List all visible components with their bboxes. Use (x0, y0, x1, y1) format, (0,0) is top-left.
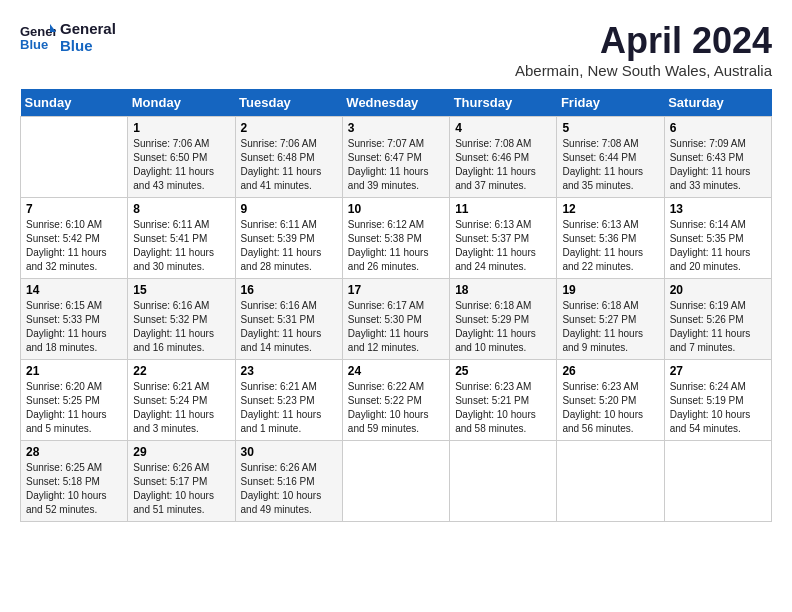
calendar-week-row: 28 Sunrise: 6:25 AMSunset: 5:18 PMDaylig… (21, 441, 772, 522)
day-number: 11 (455, 202, 551, 216)
calendar-cell: 8 Sunrise: 6:11 AMSunset: 5:41 PMDayligh… (128, 198, 235, 279)
weekday-header-row: SundayMondayTuesdayWednesdayThursdayFrid… (21, 89, 772, 117)
day-number: 28 (26, 445, 122, 459)
day-info: Sunrise: 6:21 AMSunset: 5:23 PMDaylight:… (241, 380, 337, 436)
day-number: 22 (133, 364, 229, 378)
day-info: Sunrise: 6:21 AMSunset: 5:24 PMDaylight:… (133, 380, 229, 436)
day-info: Sunrise: 6:15 AMSunset: 5:33 PMDaylight:… (26, 299, 122, 355)
calendar-cell: 14 Sunrise: 6:15 AMSunset: 5:33 PMDaylig… (21, 279, 128, 360)
day-info: Sunrise: 7:08 AMSunset: 6:44 PMDaylight:… (562, 137, 658, 193)
calendar-cell: 17 Sunrise: 6:17 AMSunset: 5:30 PMDaylig… (342, 279, 449, 360)
calendar-cell: 6 Sunrise: 7:09 AMSunset: 6:43 PMDayligh… (664, 117, 771, 198)
calendar-cell: 11 Sunrise: 6:13 AMSunset: 5:37 PMDaylig… (450, 198, 557, 279)
day-info: Sunrise: 6:13 AMSunset: 5:36 PMDaylight:… (562, 218, 658, 274)
weekday-header-wednesday: Wednesday (342, 89, 449, 117)
day-number: 3 (348, 121, 444, 135)
day-info: Sunrise: 6:13 AMSunset: 5:37 PMDaylight:… (455, 218, 551, 274)
calendar-week-row: 7 Sunrise: 6:10 AMSunset: 5:42 PMDayligh… (21, 198, 772, 279)
weekday-header-tuesday: Tuesday (235, 89, 342, 117)
day-number: 5 (562, 121, 658, 135)
day-info: Sunrise: 7:06 AMSunset: 6:50 PMDaylight:… (133, 137, 229, 193)
calendar-cell: 20 Sunrise: 6:19 AMSunset: 5:26 PMDaylig… (664, 279, 771, 360)
calendar-cell: 1 Sunrise: 7:06 AMSunset: 6:50 PMDayligh… (128, 117, 235, 198)
day-number: 1 (133, 121, 229, 135)
day-number: 13 (670, 202, 766, 216)
day-info: Sunrise: 6:11 AMSunset: 5:41 PMDaylight:… (133, 218, 229, 274)
day-info: Sunrise: 6:25 AMSunset: 5:18 PMDaylight:… (26, 461, 122, 517)
day-number: 24 (348, 364, 444, 378)
calendar-cell: 15 Sunrise: 6:16 AMSunset: 5:32 PMDaylig… (128, 279, 235, 360)
day-number: 8 (133, 202, 229, 216)
calendar-week-row: 1 Sunrise: 7:06 AMSunset: 6:50 PMDayligh… (21, 117, 772, 198)
day-info: Sunrise: 6:23 AMSunset: 5:21 PMDaylight:… (455, 380, 551, 436)
weekday-header-thursday: Thursday (450, 89, 557, 117)
weekday-header-sunday: Sunday (21, 89, 128, 117)
calendar-week-row: 14 Sunrise: 6:15 AMSunset: 5:33 PMDaylig… (21, 279, 772, 360)
day-number: 15 (133, 283, 229, 297)
day-number: 2 (241, 121, 337, 135)
weekday-header-saturday: Saturday (664, 89, 771, 117)
calendar-cell: 4 Sunrise: 7:08 AMSunset: 6:46 PMDayligh… (450, 117, 557, 198)
calendar-cell: 28 Sunrise: 6:25 AMSunset: 5:18 PMDaylig… (21, 441, 128, 522)
day-info: Sunrise: 6:14 AMSunset: 5:35 PMDaylight:… (670, 218, 766, 274)
day-info: Sunrise: 7:06 AMSunset: 6:48 PMDaylight:… (241, 137, 337, 193)
title-area: April 2024 Abermain, New South Wales, Au… (515, 20, 772, 79)
calendar-cell: 18 Sunrise: 6:18 AMSunset: 5:29 PMDaylig… (450, 279, 557, 360)
day-number: 21 (26, 364, 122, 378)
calendar-cell: 13 Sunrise: 6:14 AMSunset: 5:35 PMDaylig… (664, 198, 771, 279)
day-number: 29 (133, 445, 229, 459)
day-number: 23 (241, 364, 337, 378)
day-number: 25 (455, 364, 551, 378)
day-number: 27 (670, 364, 766, 378)
calendar-cell: 5 Sunrise: 7:08 AMSunset: 6:44 PMDayligh… (557, 117, 664, 198)
weekday-header-friday: Friday (557, 89, 664, 117)
day-info: Sunrise: 6:26 AMSunset: 5:16 PMDaylight:… (241, 461, 337, 517)
page-subtitle: Abermain, New South Wales, Australia (515, 62, 772, 79)
day-number: 10 (348, 202, 444, 216)
page-header: General Blue General Blue April 2024 Abe… (20, 20, 772, 79)
day-number: 18 (455, 283, 551, 297)
calendar-cell (450, 441, 557, 522)
day-number: 6 (670, 121, 766, 135)
day-number: 17 (348, 283, 444, 297)
day-info: Sunrise: 7:09 AMSunset: 6:43 PMDaylight:… (670, 137, 766, 193)
day-info: Sunrise: 6:10 AMSunset: 5:42 PMDaylight:… (26, 218, 122, 274)
logo-blue: Blue (60, 37, 116, 54)
calendar-cell: 2 Sunrise: 7:06 AMSunset: 6:48 PMDayligh… (235, 117, 342, 198)
calendar-week-row: 21 Sunrise: 6:20 AMSunset: 5:25 PMDaylig… (21, 360, 772, 441)
day-number: 30 (241, 445, 337, 459)
day-info: Sunrise: 6:22 AMSunset: 5:22 PMDaylight:… (348, 380, 444, 436)
calendar-cell: 21 Sunrise: 6:20 AMSunset: 5:25 PMDaylig… (21, 360, 128, 441)
day-info: Sunrise: 6:26 AMSunset: 5:17 PMDaylight:… (133, 461, 229, 517)
logo-general: General (60, 20, 116, 37)
day-number: 19 (562, 283, 658, 297)
calendar-cell: 10 Sunrise: 6:12 AMSunset: 5:38 PMDaylig… (342, 198, 449, 279)
calendar-cell: 29 Sunrise: 6:26 AMSunset: 5:17 PMDaylig… (128, 441, 235, 522)
calendar-cell (21, 117, 128, 198)
calendar-cell: 26 Sunrise: 6:23 AMSunset: 5:20 PMDaylig… (557, 360, 664, 441)
weekday-header-monday: Monday (128, 89, 235, 117)
day-info: Sunrise: 6:17 AMSunset: 5:30 PMDaylight:… (348, 299, 444, 355)
day-number: 12 (562, 202, 658, 216)
day-info: Sunrise: 7:07 AMSunset: 6:47 PMDaylight:… (348, 137, 444, 193)
calendar-cell: 16 Sunrise: 6:16 AMSunset: 5:31 PMDaylig… (235, 279, 342, 360)
day-number: 16 (241, 283, 337, 297)
calendar-cell: 27 Sunrise: 6:24 AMSunset: 5:19 PMDaylig… (664, 360, 771, 441)
calendar-cell (342, 441, 449, 522)
day-info: Sunrise: 6:12 AMSunset: 5:38 PMDaylight:… (348, 218, 444, 274)
calendar-cell (557, 441, 664, 522)
calendar-cell: 9 Sunrise: 6:11 AMSunset: 5:39 PMDayligh… (235, 198, 342, 279)
calendar-cell: 3 Sunrise: 7:07 AMSunset: 6:47 PMDayligh… (342, 117, 449, 198)
calendar-cell: 30 Sunrise: 6:26 AMSunset: 5:16 PMDaylig… (235, 441, 342, 522)
calendar-table: SundayMondayTuesdayWednesdayThursdayFrid… (20, 89, 772, 522)
calendar-cell: 7 Sunrise: 6:10 AMSunset: 5:42 PMDayligh… (21, 198, 128, 279)
day-info: Sunrise: 6:16 AMSunset: 5:32 PMDaylight:… (133, 299, 229, 355)
day-info: Sunrise: 6:18 AMSunset: 5:27 PMDaylight:… (562, 299, 658, 355)
day-info: Sunrise: 6:23 AMSunset: 5:20 PMDaylight:… (562, 380, 658, 436)
day-number: 20 (670, 283, 766, 297)
day-info: Sunrise: 6:20 AMSunset: 5:25 PMDaylight:… (26, 380, 122, 436)
calendar-cell (664, 441, 771, 522)
day-info: Sunrise: 6:24 AMSunset: 5:19 PMDaylight:… (670, 380, 766, 436)
day-number: 26 (562, 364, 658, 378)
day-number: 7 (26, 202, 122, 216)
